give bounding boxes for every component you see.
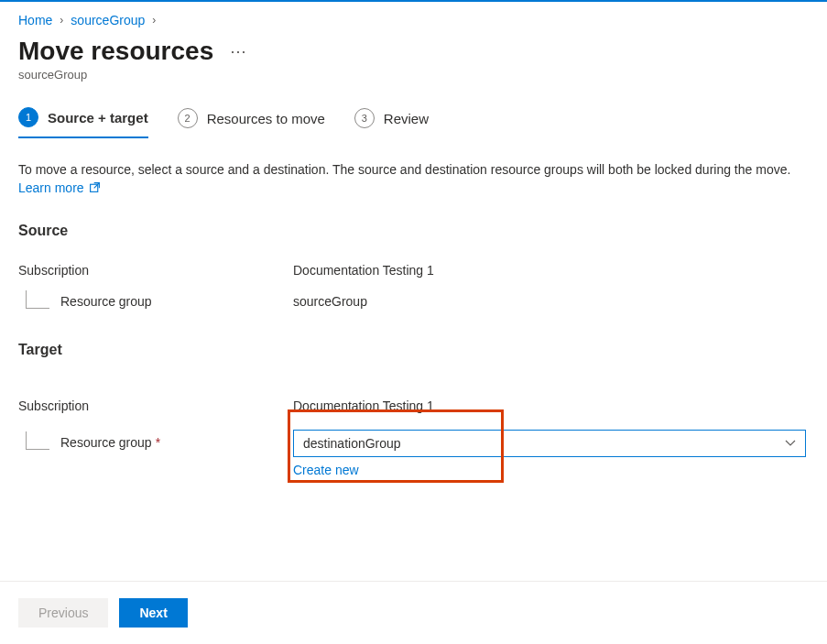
required-indicator: * — [156, 435, 160, 450]
source-rg-value: sourceGroup — [293, 294, 809, 309]
learn-more-link[interactable]: Learn more — [18, 180, 101, 195]
target-subscription-label: Subscription — [18, 398, 293, 413]
chevron-right-icon: › — [152, 14, 156, 27]
chevron-down-icon — [785, 437, 796, 450]
source-rg-label: Resource group — [60, 294, 152, 309]
target-heading: Target — [18, 342, 809, 358]
page-title: Move resources — [18, 37, 213, 66]
source-subscription-value: Documentation Testing 1 — [293, 263, 809, 278]
tab-number-badge: 2 — [178, 108, 198, 128]
tab-label: Source + target — [48, 110, 148, 126]
description-text: To move a resource, select a source and … — [18, 160, 809, 199]
source-subscription-label: Subscription — [18, 263, 293, 278]
source-heading: Source — [18, 223, 809, 239]
target-subscription-value: Documentation Testing 1 — [293, 398, 809, 413]
chevron-right-icon: › — [60, 14, 63, 27]
tab-number-badge: 3 — [354, 108, 375, 128]
tab-resources-to-move[interactable]: 2 Resources to move — [178, 108, 325, 137]
tree-connector-icon — [26, 431, 49, 450]
tab-label: Resources to move — [207, 111, 325, 126]
page-subtitle: sourceGroup — [18, 68, 809, 82]
tab-label: Review — [384, 111, 429, 126]
next-button[interactable]: Next — [119, 598, 187, 628]
wizard-tabs: 1 Source + target 2 Resources to move 3 … — [18, 107, 809, 138]
breadcrumb: Home › sourceGroup › — [18, 13, 809, 27]
target-rg-label: Resource group — [60, 435, 152, 450]
target-rg-dropdown[interactable]: destinationGroup — [293, 430, 806, 457]
tab-number-badge: 1 — [18, 107, 38, 127]
dropdown-selected-value: destinationGroup — [303, 436, 401, 451]
previous-button[interactable]: Previous — [18, 598, 108, 628]
tab-review[interactable]: 3 Review — [354, 108, 429, 137]
create-new-link[interactable]: Create new — [293, 463, 359, 477]
tree-connector-icon — [26, 290, 49, 309]
breadcrumb-source-group[interactable]: sourceGroup — [71, 13, 145, 27]
footer-buttons: Previous Next — [0, 581, 827, 644]
more-actions-button[interactable]: ⋯ — [230, 41, 247, 61]
external-link-icon — [89, 180, 101, 198]
tab-source-target[interactable]: 1 Source + target — [18, 107, 148, 138]
breadcrumb-home[interactable]: Home — [18, 13, 52, 27]
